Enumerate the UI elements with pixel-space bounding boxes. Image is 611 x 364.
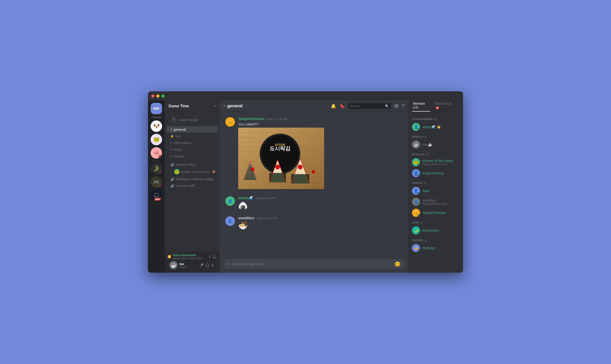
invite-people-button[interactable]: Invite People [167,115,218,125]
server-icon-5[interactable]: 🎮 2 [151,176,162,188]
channel-red-label: red [175,134,180,138]
section-whales2: WHALES—2 [410,150,461,157]
super-member-avatar: 👤 [412,169,420,177]
emoji-button[interactable]: 😊 [395,261,400,267]
sidebar-channels: Invite People # general 🔒 red # informat… [165,112,220,252]
user-tag: #0110 [179,266,197,269]
section-liar1: LIAR—1 [410,218,461,225]
minimize-button[interactable] [156,94,159,98]
search-icon: 🔍 [385,104,389,108]
server-icon-1[interactable]: 🐶 [151,120,162,132]
section-whale1: WHALE—1 [410,132,461,139]
super-status-dot [417,175,420,177]
server-icon-2[interactable]: 🐸 [151,134,162,145]
channel-shady[interactable]: 🔊 definitely nothing shady [167,176,218,182]
user-panel: ☕ tea #0110 🎤 🎧 ⚙ [168,260,217,271]
channel-traitors[interactable]: # traitors [167,153,218,159]
search-input[interactable] [350,104,384,108]
semi-timestamp: Today at 1:01 PM [257,217,277,220]
member-saer[interactable]: 👤 Saer [410,185,461,196]
keeper-status-dot [417,164,420,166]
voice-info-button[interactable]: ℹ [209,254,211,259]
add-attachment-button[interactable]: + [227,261,230,267]
member-keeper[interactable]: 🐸 Keeper of the Pepes Playing Blade & So… [410,157,461,168]
channel-traitors-label: traitors [174,154,185,158]
member-moonmoon[interactable]: 🌙 Moonmoon [410,225,461,236]
semi-emoji: 🍜 [238,221,402,230]
taego-member-avatar: 🐱 [412,209,420,217]
voice-icon-normal: 🔊 [170,184,174,188]
server-name-header[interactable]: Game Time ▾ [165,100,220,112]
message-taego: 🐱 Taego/Cheonsa Today at 1:00 PM You cal… [223,116,404,191]
close-button[interactable] [151,94,154,98]
main-layout: IMR 7 ONLINE 🐶 🐸 🚫 4 🐊 1 🎮 2 [148,100,463,273]
voice-icon-stacey: 🔊 [170,163,174,167]
crown-icon: 👑 [437,125,441,129]
voice-sub-label: stacey<3tea / Game Time [173,257,203,260]
signal-icon: 📶 [168,255,171,258]
channel-general[interactable]: # general [167,126,218,133]
message-input-area: + 😊 [220,259,408,273]
keeper-member-avatar: 🐸 [412,158,420,166]
stacey-author: stacey🌊 [238,196,254,200]
member-superschlong[interactable]: 👤 SuperSchlong [410,168,461,179]
voice-actions: ℹ 🎧 [209,254,217,259]
channel-normal[interactable]: 🔊 normal stuff [167,182,218,189]
channel-trove[interactable]: # trove [167,146,218,153]
channel-keeper-user[interactable]: 🐸 Keeper of the Pepes 🔇 [167,168,218,176]
pie-member-avatar: 🥧 [412,244,420,252]
channel-hash: # [223,104,226,108]
invite-people-label: Invite People [179,118,198,122]
tab-friends-list[interactable]: Friends List 3 [434,100,455,112]
bell-icon[interactable]: 🔔 [331,104,336,109]
super-member-name: SuperSchlong [423,171,459,175]
keeper-member-name: Keeper of the Pepes [423,159,453,163]
voice-footer: 📶 Voice Connected stacey<3tea / Game Tim… [165,252,220,273]
pin-icon[interactable]: 🔖 [339,104,345,109]
svg-text:도시락김: 도시락김 [269,145,291,152]
section-online1: ONLINE—1 [410,236,461,243]
maximize-button[interactable] [161,94,164,98]
svg-point-30 [251,168,254,171]
channel-shady-label: definitely nothing shady [176,177,213,181]
member-semithicc[interactable]: 👤 semithicc Playing Blade & Soul [410,196,461,207]
pie-status-dot [417,249,420,252]
member-pieeater[interactable]: 🥧 PieEater [410,243,461,254]
microphone-button[interactable]: 🎤 [199,263,204,268]
server-icon-imr[interactable]: IMR [151,103,162,114]
voice-connected-label: Voice Connected [173,254,203,257]
member-tea[interactable]: ☕ tea ☕ [410,139,461,150]
server-icon-3[interactable]: 🚫 4 [151,147,162,159]
keeper-avatar-small: 🐸 [174,169,179,174]
section-staceyadmin: STACEYADMIN—1 [410,115,461,121]
channel-stacey3tea[interactable]: 🔊 stacey<3tea [167,161,218,168]
mention-icon[interactable]: @ [394,104,398,108]
tab-member-list[interactable]: Member List [412,100,430,112]
settings-button[interactable]: ⚙ [211,263,215,268]
food-image-svg: 삼각김밥 도시락김 [238,128,324,189]
member-taego[interactable]: 🐱 Taego/Cheonsa [410,207,461,218]
help-icon[interactable]: ? [402,104,404,108]
svg-point-32 [298,165,303,169]
message-text-input[interactable] [233,259,392,269]
channel-trove-label: trove [174,147,182,152]
voice-headset-button[interactable]: 🎧 [212,254,217,259]
member-stacey[interactable]: 👤 stacey🌊 👑 [410,121,461,132]
semi-member-name: semithicc [423,198,447,202]
channel-red[interactable]: 🔒 red [167,133,218,139]
server-icon-6[interactable]: 🎧 NEW↓ [151,190,162,201]
taego-image: 삼각김밥 도시락김 [238,128,324,190]
friends-badge: 3 [436,106,439,109]
channel-information[interactable]: # information [167,140,218,146]
stacey-emoji: 🍙 [238,201,402,210]
svg-rect-2 [238,132,324,133]
semi-author: semithicc [238,216,255,220]
server-icon-4[interactable]: 🐊 1 [151,163,162,174]
headphones-button[interactable]: 🎧 [205,263,210,268]
search-bar[interactable]: 🔍 [348,103,391,109]
hash-icon-info: # [170,141,172,145]
svg-point-31 [275,165,280,169]
online-count: 7 ONLINE [151,116,161,118]
semi-status-dot [417,203,420,206]
app-window: IMR 7 ONLINE 🐶 🐸 🚫 4 🐊 1 🎮 2 [148,91,463,273]
